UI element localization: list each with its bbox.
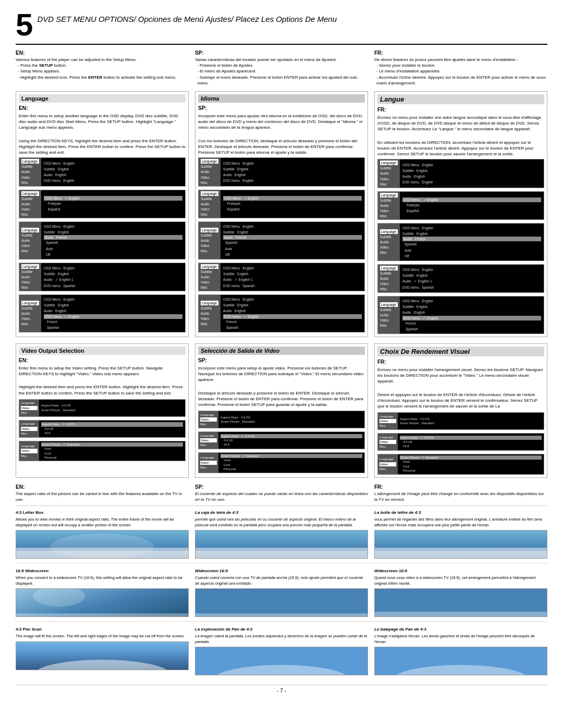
- fr-menu-shot-5: Language Subtitle Audio Video Misc OSD M…: [377, 296, 544, 334]
- intro-sp-label: SP:: [195, 50, 368, 56]
- language-sp-content: SP: Incorpore este menú para ajustar otr…: [198, 105, 365, 332]
- video-sp-shot-2: Language Video Misc Aspect Ratio ✓ 4:3 P…: [198, 431, 365, 449]
- video-fr-shot-1: Language Video Misc Aspect Ratio 4:3 PS …: [377, 412, 544, 430]
- bottom-intro-fr: FR: L'allongement de l'image peut être c…: [374, 484, 547, 502]
- panscan-en-label: 4:3 Pan Scan: [16, 627, 189, 632]
- menu-shot-1-main: OSD Menu English Subtitle English Audio …: [41, 158, 185, 186]
- panscan-row: 4:3 Pan Scan The image will fit the scre…: [16, 627, 547, 680]
- panscan-sp: La exploración de Pan de 4:3 La imagen c…: [195, 627, 368, 675]
- widescreen-fr: Widescreen 16:9 Quand vous vous reliez à…: [374, 569, 547, 617]
- language-en-header: Language: [19, 94, 186, 103]
- fr-menu-shot-2: Language Subtitle Audio Video Misc OSD M…: [377, 191, 544, 220]
- letterbox-fr: La boîte de lettre de 4:3 vous permet de…: [374, 510, 547, 559]
- video-sp-menu-shots: Language Video Misc Aspect Ratio 4:3 PS …: [198, 411, 365, 473]
- letterbox-en-image: [16, 530, 189, 559]
- letterbox-en-text: Allows you to view movies in their origi…: [16, 517, 189, 528]
- video-fr-menu-shots: Language Video Misc Aspect Ratio 4:3 PS …: [377, 412, 544, 475]
- title-sp: Opciones de Menú Ajustes/: [136, 15, 234, 23]
- fr-menu-shot-4: Language Subtitle Audio Video Misc OSD M…: [377, 264, 544, 293]
- widescreen-en-image: [16, 588, 189, 617]
- intro-fr-text: De divers feautres du joueur peuvent êtr…: [374, 57, 547, 86]
- intro-fr-label: FR:: [374, 50, 547, 56]
- bottom-intro-en: EN: The aspect ratio of the picture can …: [16, 484, 189, 502]
- panscan-en-image: [16, 641, 189, 670]
- intro-row: EN: Various features of the player can b…: [16, 50, 547, 86]
- svg-rect-4: [195, 551, 368, 558]
- video-en-header: Video Output Selection: [19, 347, 186, 355]
- panscan-sp-label: La exploración de Pan de 4:3: [195, 627, 368, 632]
- intro-sp: SP: Varias características del tocador p…: [195, 50, 368, 86]
- panscan-en: 4:3 Pan Scan The image will fit the scre…: [16, 627, 189, 675]
- video-sp-header: Selección de Salida de Video: [198, 347, 365, 355]
- menu-shot-1: Language Subtitle Audio Video Misc OSD M…: [19, 157, 186, 186]
- panscan-en-text: The image will fit the screen. The left …: [16, 634, 189, 639]
- panscan-fr-image: [374, 647, 547, 675]
- video-sp-content: SP: Incorpore este menú para setup el aj…: [198, 357, 365, 473]
- widescreen-en: 16:9 Widescreen When you connect to a wi…: [16, 569, 189, 617]
- video-fr-shot-2: Language Video Misc Aspect Ratio ✓ 4:3 P…: [377, 433, 544, 451]
- widescreen-row: 16:9 Widescreen When you connect to a wi…: [16, 569, 547, 622]
- panscan-fr-label: Le balayage de Pan de 4:3: [374, 627, 547, 632]
- letterbox-fr-image: [374, 530, 547, 559]
- widescreen-fr-image: [374, 588, 547, 617]
- language-en-content: EN: Enter this menu to setup another lan…: [19, 105, 186, 332]
- title-fr: Placez Les Options De Menu: [234, 15, 337, 23]
- video-fr-header: Choix De Rendement Visuel: [377, 347, 544, 356]
- language-fr-menu-shots: Language Subtitle Audio Video Misc OSD M…: [377, 159, 544, 334]
- svg-rect-6: [375, 551, 547, 558]
- widescreen-fr-label: Widescreen 16:9: [374, 569, 547, 573]
- main-header: 5 DVD SET MENU OPTIONS/ Opciones de Menú…: [16, 9, 547, 45]
- video-en-content: EN: Enter this menu to setup the Video s…: [19, 357, 186, 462]
- header-number: 5: [16, 9, 33, 41]
- image-rows: 4:3 Letter Box Allows you to view movies…: [16, 510, 547, 680]
- sp-menu-shot-2: Language Subtitle Audio Video Misc OSD M…: [198, 190, 365, 218]
- language-fr-header: Langue: [377, 94, 544, 104]
- svg-rect-11: [195, 613, 368, 616]
- menu-shot-5-sidebar: Language Subtitle Audio Video Misc: [19, 295, 41, 332]
- widescreen-en-label: 16:9 Widescreen: [16, 569, 189, 573]
- bottom-intro-row: EN: The aspect ratio of the picture can …: [16, 484, 547, 506]
- bottom-intro-sp: SP: El cociente de aspecto del cuadro se…: [195, 484, 368, 502]
- widescreen-sp-image: [195, 588, 368, 617]
- letterbox-fr-text: vous permet de regarder des films dans l…: [374, 517, 547, 528]
- intro-en: EN: Various features of the player can b…: [16, 50, 189, 86]
- letterbox-sp-image: [195, 530, 368, 559]
- language-sp-box: Idioma SP: Incorpore este menú para ajus…: [195, 91, 368, 337]
- page-content: 5 DVD SET MENU OPTIONS/ Opciones de Menú…: [0, 0, 563, 703]
- letterbox-sp-text: permite que usted vea las películas en s…: [195, 517, 368, 528]
- svg-rect-5: [375, 530, 547, 558]
- header-title: DVD SET MENU OPTIONS/ Opciones de Menú A…: [37, 14, 337, 25]
- intro-en-label: EN:: [16, 50, 189, 56]
- menu-shot-4-main: OSD Menu English Subtitle English Audio …: [41, 263, 185, 291]
- menu-shot-3: Language Subtitle Audio Video Misc OSD M…: [19, 221, 186, 260]
- menu-shot-5: Language Subtitle Audio Video Misc OSD M…: [19, 294, 186, 332]
- language-fr-content: FR: Écrivez ce menu pour installer une a…: [377, 106, 544, 334]
- intro-en-text: Various features of the player can be ad…: [16, 57, 189, 80]
- language-sp-header: Idioma: [198, 94, 365, 103]
- video-en-shot-3: Language Video Misc Smart Picture ✓ Stan…: [19, 441, 186, 462]
- language-sp-menu-shots: Language Subtitle Audio Video Misc OSD M…: [198, 157, 365, 332]
- video-en-box: Video Output Selection EN: Enter this me…: [16, 343, 189, 478]
- video-sp-shot-1: Language Video Misc Aspect Ratio 4:3 PS …: [198, 411, 365, 428]
- panscan-fr-text: L'image s'adaptera l'écran. Les bords ga…: [374, 634, 547, 645]
- menu-shot-5-main: OSD Menu English Subtitle English Audio …: [41, 295, 185, 332]
- menu-shot-4-sidebar: Language Subtitle Audio Video Misc: [19, 263, 41, 291]
- widescreen-sp: Widescreen 16:9 Cuando usted conecta con…: [195, 569, 368, 617]
- svg-rect-1: [16, 551, 188, 558]
- language-fr-box: Langue FR: Écrivez ce menu pour installe…: [374, 91, 547, 337]
- menu-shot-4: Language Subtitle Audio Video Misc OSD M…: [19, 263, 186, 291]
- video-en-shot-1: Language Video Misc Aspect Ratio 4:3 PS …: [19, 399, 186, 417]
- video-en-shot-2: Language Video Misc Aspect Ratio ✓ 4:3 P…: [19, 420, 186, 438]
- svg-rect-9: [16, 613, 188, 616]
- panscan-sp-text: La imagen cabrá la pantalla. Los bordes …: [195, 634, 368, 645]
- svg-rect-10: [195, 589, 368, 616]
- widescreen-sp-text: Cuando usted conecta con una TV de panta…: [195, 575, 368, 586]
- video-section-row: Video Output Selection EN: Enter this me…: [16, 343, 547, 478]
- widescreen-sp-label: Widescreen 16:9: [195, 569, 368, 573]
- language-en-box: Language EN: Enter this menu to setup an…: [16, 91, 189, 337]
- letterbox-sp: La caja de letra de 4:3 permite que uste…: [195, 510, 368, 559]
- video-sp-box: Selección de Salida de Video SP: Incorpo…: [195, 343, 368, 478]
- language-en-menu-shots: Language Subtitle Audio Video Misc OSD M…: [19, 157, 186, 332]
- page-number: - 7 -: [16, 685, 547, 694]
- menu-shot-2-sidebar: Language Subtitle Audio Video Misc: [19, 190, 41, 218]
